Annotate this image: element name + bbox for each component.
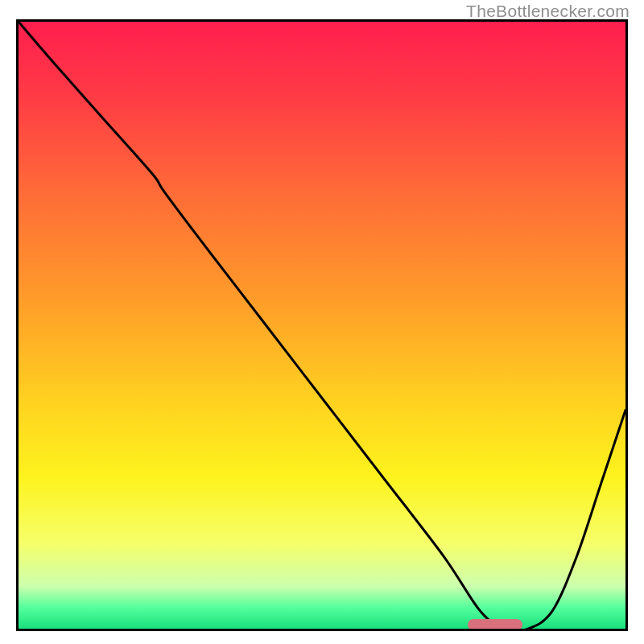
plot-area: [16, 19, 628, 631]
watermark-text: TheBottlenecker.com: [466, 2, 630, 21]
bottleneck-curve: [19, 22, 625, 629]
curve-layer: [19, 22, 625, 629]
chart-stage: TheBottlenecker.com: [0, 0, 644, 644]
optimal-range-marker: [468, 619, 522, 630]
